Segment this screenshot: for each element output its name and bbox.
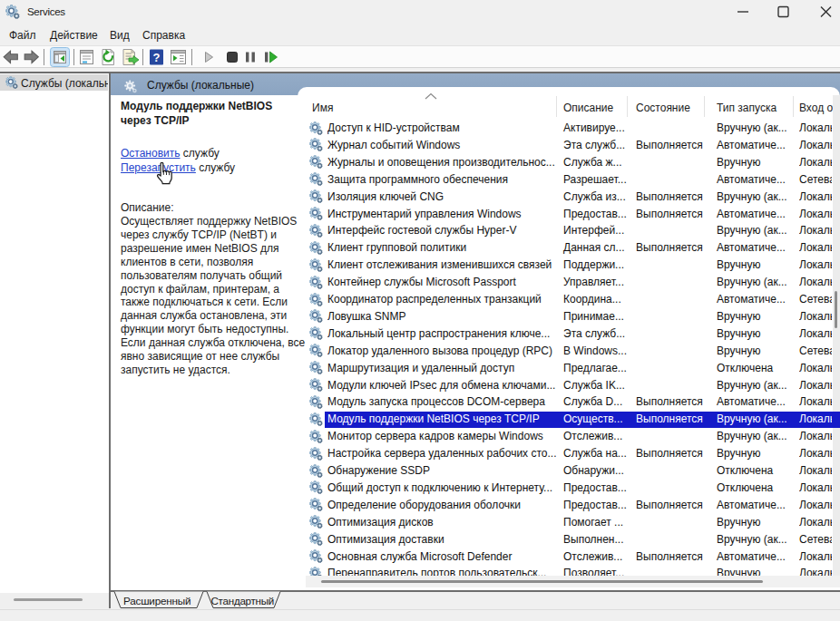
svg-text:?: ? bbox=[153, 51, 161, 64]
